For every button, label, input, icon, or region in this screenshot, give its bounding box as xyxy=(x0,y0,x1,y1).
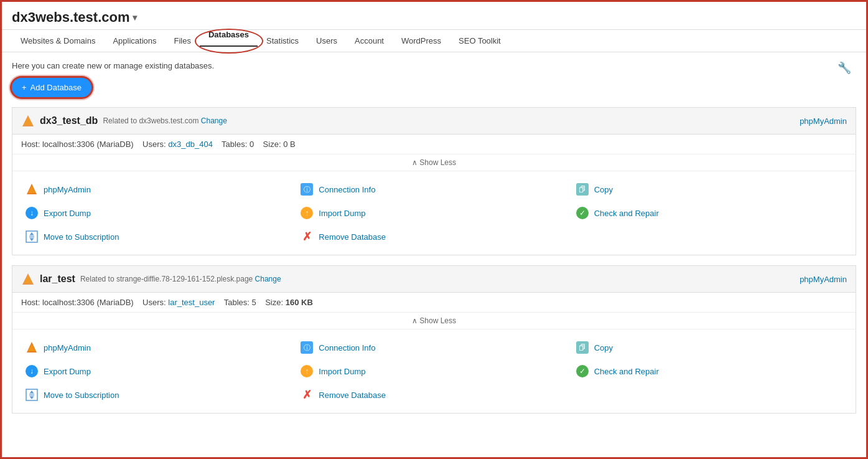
wrench-area: 🔧 xyxy=(833,61,856,75)
phpmyadmin-icon-2 xyxy=(25,341,39,354)
action-move-label-2: Move to Subscription xyxy=(44,390,119,400)
action-import-1[interactable]: ↑ Import Dump xyxy=(296,201,571,225)
action-copy-1[interactable]: 🗍 Copy xyxy=(572,177,847,201)
nav-websites-domains[interactable]: Websites & Domains xyxy=(12,30,104,52)
action-remove-label-2: Remove Database xyxy=(319,390,386,400)
db-info-2: Host: localhost:3306 (MariaDB) Users: la… xyxy=(12,293,856,313)
db-change-link-1[interactable]: Change xyxy=(201,116,227,125)
nav-databases[interactable]: Databases xyxy=(200,24,258,47)
db-header-1: dx3_test_db Related to dx3webs.test.com … xyxy=(12,108,856,135)
action-phpmyadmin-1[interactable]: phpMyAdmin xyxy=(21,177,296,201)
db-user-link-1[interactable]: dx3_db_404 xyxy=(168,140,213,149)
remove-icon-2: ✗ xyxy=(300,388,314,402)
db-phpmyadmin-header-2[interactable]: phpMyAdmin xyxy=(800,275,847,284)
plus-icon: + xyxy=(22,83,27,92)
show-less-1[interactable]: ∧ Show Less xyxy=(12,154,856,171)
action-connection-label-1: Connection Info xyxy=(319,185,375,194)
nav-statistics[interactable]: Statistics xyxy=(258,30,307,52)
db-header-left-2: lar_test Related to strange-diffie.78-12… xyxy=(21,272,281,286)
db-host-1: localhost:3306 (MariaDB) xyxy=(42,140,134,149)
site-title[interactable]: dx3webs.test.com ▾ xyxy=(12,9,856,26)
action-phpmyadmin-label-1: phpMyAdmin xyxy=(44,185,91,194)
navigation: Websites & Domains Applications Files Da… xyxy=(2,30,866,52)
actions-grid-2: phpMyAdmin ⓘ Connection Info 🗍 Copy ↓ Ex… xyxy=(12,329,856,413)
action-move-1[interactable]: Move to Subscription xyxy=(21,225,296,248)
page-header-left: Here you can create new or manage existi… xyxy=(12,61,214,107)
site-dropdown-arrow: ▾ xyxy=(133,12,137,22)
db-related-text-1: Related to dx3webs.test.com xyxy=(103,116,198,125)
db-phpmyadmin-header-1[interactable]: phpMyAdmin xyxy=(800,116,847,126)
action-phpmyadmin-2[interactable]: phpMyAdmin xyxy=(21,336,296,359)
action-connection-1[interactable]: ⓘ Connection Info xyxy=(296,177,571,201)
db-size-label-2: Size: xyxy=(265,298,283,307)
db-header-left-1: dx3_test_db Related to dx3webs.test.com … xyxy=(21,114,227,128)
nav-users[interactable]: Users xyxy=(307,30,346,52)
action-checkrepair-label-2: Check and Repair xyxy=(594,367,659,376)
remove-icon-1: ✗ xyxy=(300,230,314,244)
action-import-label-1: Import Dump xyxy=(319,209,365,218)
db-tables-label-2: Tables: xyxy=(224,298,250,307)
check-icon-2: ✓ xyxy=(576,364,589,378)
db-size-label-1: Size: xyxy=(263,140,281,149)
nav-files[interactable]: Files xyxy=(166,30,200,52)
wrench-icon: 🔧 xyxy=(833,60,856,75)
action-import-2[interactable]: ↑ Import Dump xyxy=(296,359,571,383)
action-export-1[interactable]: ↓ Export Dump xyxy=(21,201,296,225)
action-checkrepair-2[interactable]: ✓ Check and Repair xyxy=(572,359,847,383)
db-users-label-2: Users: xyxy=(142,298,166,307)
connection-icon-2: ⓘ xyxy=(300,341,314,354)
header: dx3webs.test.com ▾ xyxy=(2,2,866,30)
db-related-1: Related to dx3webs.test.com Change xyxy=(103,116,226,125)
show-less-2[interactable]: ∧ Show Less xyxy=(12,313,856,329)
export-icon-2: ↓ xyxy=(25,364,39,378)
db-host-2: localhost:3306 (MariaDB) xyxy=(42,298,134,307)
svg-marker-14 xyxy=(30,390,34,393)
action-empty-1 xyxy=(572,225,847,248)
db-sail-icon-2 xyxy=(21,272,35,286)
export-icon-1: ↓ xyxy=(25,206,39,220)
action-copy-label-1: Copy xyxy=(594,185,613,194)
main-content: Here you can create new or manage existi… xyxy=(2,52,866,432)
import-icon-2: ↑ xyxy=(300,364,314,378)
action-export-label-2: Export Dump xyxy=(44,367,91,376)
action-connection-2[interactable]: ⓘ Connection Info xyxy=(296,336,571,359)
action-move-label-1: Move to Subscription xyxy=(44,232,119,242)
database-item-lar-test: lar_test Related to strange-diffie.78-12… xyxy=(12,265,856,414)
site-domain: dx3webs.test.com xyxy=(12,9,130,26)
action-remove-1[interactable]: ✗ Remove Database xyxy=(296,225,571,248)
action-checkrepair-1[interactable]: ✓ Check and Repair xyxy=(572,201,847,225)
svg-marker-15 xyxy=(30,397,34,399)
action-export-label-1: Export Dump xyxy=(44,209,91,218)
db-user-link-2[interactable]: lar_test_user xyxy=(168,298,215,307)
action-export-2[interactable]: ↓ Export Dump xyxy=(21,359,296,383)
copy-icon-1: 🗍 xyxy=(576,182,589,196)
actions-grid-1: phpMyAdmin ⓘ Connection Info 🗍 Copy ↓ Ex… xyxy=(12,171,856,255)
check-icon-1: ✓ xyxy=(576,206,589,220)
page-description: Here you can create new or manage existi… xyxy=(12,61,214,70)
action-phpmyadmin-label-2: phpMyAdmin xyxy=(44,343,91,353)
svg-marker-9 xyxy=(24,275,32,283)
action-remove-label-1: Remove Database xyxy=(319,232,386,242)
add-database-label: Add Database xyxy=(30,83,82,92)
svg-marker-6 xyxy=(30,232,34,235)
copy-icon-2: 🗍 xyxy=(576,341,589,354)
action-remove-2[interactable]: ✗ Remove Database xyxy=(296,383,571,407)
svg-marker-1 xyxy=(24,117,32,125)
action-import-label-2: Import Dump xyxy=(319,367,365,376)
nav-wordpress[interactable]: WordPress xyxy=(393,30,450,52)
svg-marker-7 xyxy=(30,239,34,241)
db-sail-icon-1 xyxy=(21,114,35,128)
action-move-2[interactable]: Move to Subscription xyxy=(21,383,296,407)
nav-account[interactable]: Account xyxy=(346,30,393,52)
db-tables-count-2: 5 xyxy=(252,298,256,307)
nav-applications[interactable]: Applications xyxy=(104,30,165,52)
page-header-row: Here you can create new or manage existi… xyxy=(12,61,856,107)
database-item-dx3-test-db: dx3_test_db Related to dx3webs.test.com … xyxy=(12,107,856,255)
nav-seo-toolkit[interactable]: SEO Toolkit xyxy=(450,30,510,52)
db-related-2: Related to strange-diffie.78-129-161-152… xyxy=(80,275,281,283)
db-size-value-1: 0 B xyxy=(283,140,296,149)
add-database-button[interactable]: + Add Database xyxy=(12,78,91,97)
action-copy-2[interactable]: 🗍 Copy xyxy=(572,336,847,359)
db-change-link-2[interactable]: Change xyxy=(255,275,281,283)
move-icon-2 xyxy=(25,388,39,402)
